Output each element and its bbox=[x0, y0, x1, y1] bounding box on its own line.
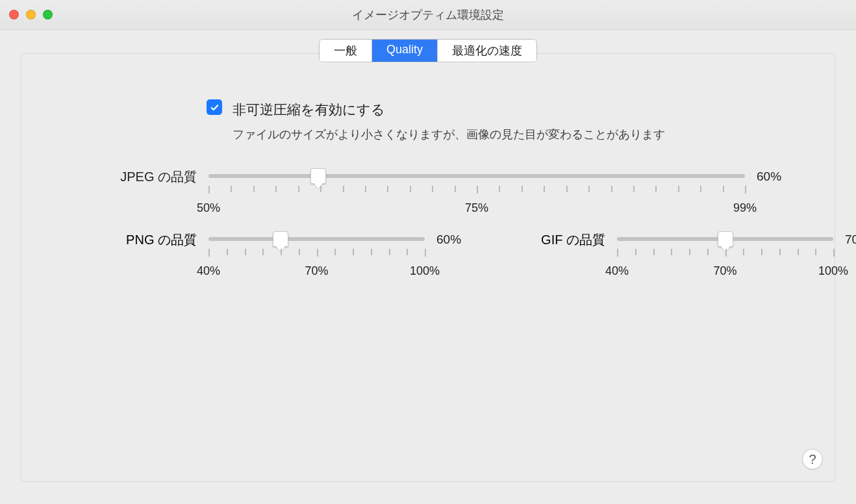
help-button[interactable]: ? bbox=[802, 449, 823, 470]
png-tick-mid: 70% bbox=[305, 264, 328, 278]
jpeg-tick-min: 50% bbox=[197, 201, 220, 215]
enable-lossy-checkbox[interactable] bbox=[207, 99, 222, 115]
gif-quality-slider[interactable]: 40% 70% 100% bbox=[617, 231, 833, 280]
tab-quality[interactable]: Quality bbox=[372, 40, 438, 62]
png-tick-max: 100% bbox=[410, 264, 440, 278]
tab-general[interactable]: 一般 bbox=[320, 40, 372, 62]
gif-quality-label: GIF の品質 bbox=[508, 231, 605, 249]
gif-tick-min: 40% bbox=[605, 264, 629, 278]
jpeg-tick-max: 99% bbox=[733, 201, 757, 215]
png-quality-slider[interactable]: 40% 70% 100% bbox=[208, 231, 425, 280]
lossy-labels: 非可逆圧縮を有効にする ファイルのサイズがより小さくなりますが、画像の見た目が変… bbox=[233, 99, 665, 142]
png-quality-label: PNG の品質 bbox=[60, 231, 197, 249]
jpeg-quality-slider[interactable]: 50% 75% 99% bbox=[208, 168, 745, 217]
preferences-panel: 非可逆圧縮を有効にする ファイルのサイズがより小さくなりますが、画像の見た目が変… bbox=[21, 53, 835, 482]
jpeg-quality-label: JPEG の品質 bbox=[60, 168, 197, 186]
gif-tick-max: 100% bbox=[818, 264, 848, 278]
enable-lossy-label: 非可逆圧縮を有効にする bbox=[233, 99, 665, 120]
jpeg-quality-value: 60% bbox=[757, 168, 796, 184]
gif-tick-mid: 70% bbox=[713, 264, 736, 278]
titlebar: イメージオプティム環境設定 bbox=[0, 0, 856, 30]
gif-quality-value: 70% bbox=[845, 231, 856, 247]
enable-lossy-description: ファイルのサイズがより小さくなりますが、画像の見た目が変わることがあります bbox=[233, 127, 665, 142]
png-quality-value: 60% bbox=[436, 231, 475, 247]
window-title: イメージオプティム環境設定 bbox=[0, 7, 856, 23]
jpeg-tick-mid: 75% bbox=[465, 201, 488, 215]
tab-speed[interactable]: 最適化の速度 bbox=[438, 40, 536, 62]
help-icon: ? bbox=[809, 452, 816, 467]
check-icon bbox=[210, 103, 220, 112]
png-tick-min: 40% bbox=[197, 264, 220, 278]
tab-bar: 一般 Quality 最適化の速度 bbox=[319, 39, 537, 62]
